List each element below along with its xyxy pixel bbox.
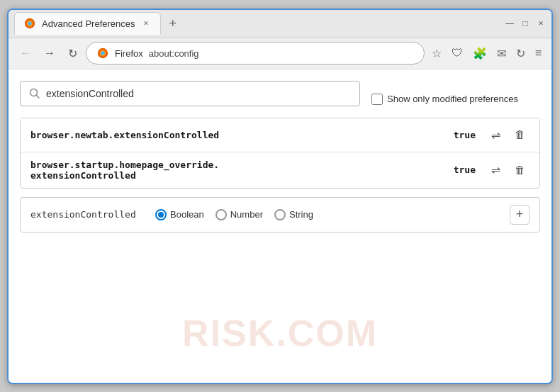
pref-name-2-line2: extensionControlled [30, 170, 136, 181]
trash-icon-1: 🗑 [515, 128, 525, 140]
show-modified-checkbox[interactable] [371, 94, 383, 105]
radio-boolean-dot [155, 209, 167, 220]
window-close-btn[interactable]: × [536, 18, 546, 28]
row-1-actions: ⇌ 🗑 [487, 125, 530, 145]
extension-btn[interactable]: 🧩 [470, 44, 490, 63]
row-2-actions: ⇌ 🗑 [487, 160, 530, 179]
svg-line-7 [37, 95, 40, 98]
type-radio-group: Boolean Number String [155, 209, 498, 220]
pref-name-2-line1: browser.startup.homepage_override. [30, 159, 219, 170]
show-modified-label[interactable]: Show only modified preferences [371, 94, 518, 105]
search-bar-container [20, 81, 360, 106]
reload-btn[interactable]: ↻ [64, 44, 82, 63]
svg-point-5 [101, 51, 104, 55]
firefox-logo-icon [96, 47, 109, 60]
radio-number-label: Number [230, 209, 263, 220]
firefox-label: Firefox [115, 48, 143, 59]
trash-icon-2: 🗑 [515, 164, 525, 176]
watermark: RISK.COM [182, 312, 378, 354]
results-table: browser.newtab.extensionControlled true … [20, 118, 540, 189]
delete-btn-2[interactable]: 🗑 [510, 161, 530, 179]
toggle-btn-1[interactable]: ⇌ [487, 125, 505, 145]
nav-icons: ☆ 🛡 🧩 ✉ ↻ ≡ [429, 44, 544, 63]
search-row: Show only modified preferences [20, 81, 540, 118]
pref-name-2: browser.startup.homepage_override. exten… [30, 159, 454, 181]
bookmark-btn[interactable]: ☆ [429, 44, 444, 63]
pref-value-1: true [454, 130, 476, 140]
radio-number[interactable]: Number [215, 209, 263, 220]
browser-window: Advanced Preferences × + — □ × ← → ↻ Fir… [7, 9, 553, 384]
transfer-icon-2: ⇌ [491, 164, 500, 176]
delete-btn-1[interactable]: 🗑 [510, 125, 530, 144]
content-area: Show only modified preferences browser.n… [9, 69, 551, 383]
pref-name-1: browser.newtab.extensionControlled [30, 130, 454, 140]
back-btn[interactable]: ← [16, 44, 35, 62]
mail-btn[interactable]: ✉ [494, 44, 509, 63]
table-row[interactable]: browser.startup.homepage_override. exten… [21, 152, 539, 188]
forward-btn[interactable]: → [40, 44, 60, 62]
add-preference-row: extensionControlled Boolean Number Strin… [20, 197, 540, 233]
minimize-btn[interactable]: — [505, 18, 515, 28]
menu-btn[interactable]: ≡ [532, 44, 544, 62]
tab-firefox-icon [23, 17, 36, 30]
search-icon [29, 88, 40, 99]
nav-bar: ← → ↻ Firefox about:config ☆ 🛡 🧩 ✉ ↻ ≡ [9, 38, 551, 69]
sync-btn[interactable]: ↻ [513, 44, 528, 63]
window-controls: — □ × [505, 18, 546, 28]
transfer-icon-1: ⇌ [491, 129, 500, 141]
radio-boolean[interactable]: Boolean [155, 209, 204, 220]
search-input[interactable] [46, 88, 351, 99]
title-bar: Advanced Preferences × + — □ × [9, 10, 551, 38]
address-bar[interactable]: Firefox about:config [86, 42, 425, 65]
new-pref-name: extensionControlled [30, 209, 144, 220]
tab-close-btn[interactable]: × [141, 17, 152, 30]
maximize-btn[interactable]: □ [520, 18, 530, 28]
toggle-btn-2[interactable]: ⇌ [487, 160, 505, 179]
radio-boolean-label: Boolean [170, 209, 204, 220]
pref-value-2: true [454, 164, 476, 175]
table-row[interactable]: browser.newtab.extensionControlled true … [21, 118, 539, 152]
radio-string-label: String [289, 209, 313, 220]
tab-title: Advanced Preferences [42, 18, 135, 29]
shield-btn[interactable]: 🛡 [449, 44, 466, 62]
show-modified-text: Show only modified preferences [387, 94, 518, 104]
add-pref-btn[interactable]: + [510, 205, 530, 225]
radio-string[interactable]: String [274, 209, 313, 220]
new-tab-btn[interactable]: + [164, 13, 183, 34]
radio-string-dot [274, 209, 286, 220]
svg-point-2 [28, 21, 31, 25]
active-tab[interactable]: Advanced Preferences × [14, 12, 161, 35]
address-text: about:config [149, 48, 414, 59]
radio-number-dot [215, 209, 227, 220]
